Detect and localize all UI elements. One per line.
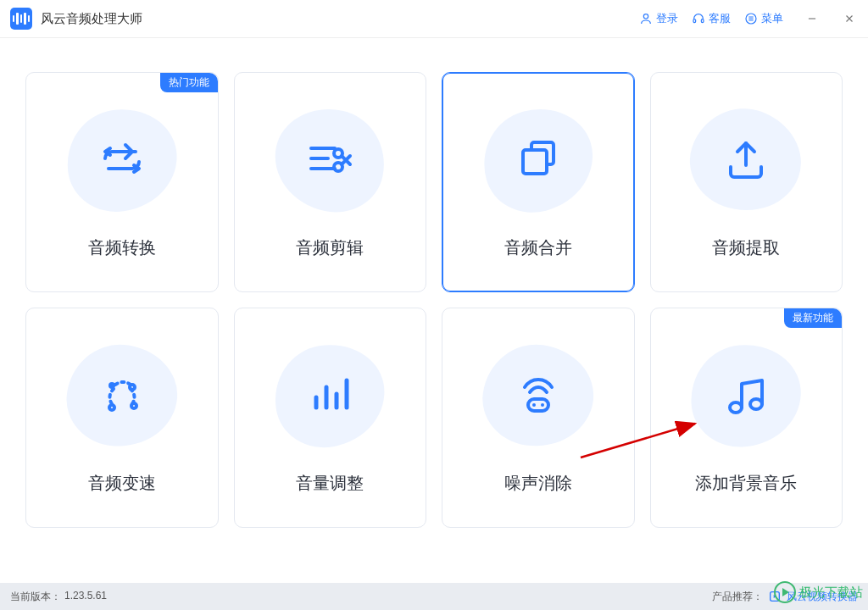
titlebar-actions: 登录 客服 菜单 xyxy=(639,10,858,27)
svg-rect-6 xyxy=(523,150,547,174)
card-label: 音频提取 xyxy=(712,236,780,259)
svg-rect-2 xyxy=(701,19,704,23)
card-add-bgm[interactable]: 最新功能 添加背景音乐 xyxy=(650,308,843,528)
menu-button[interactable]: 菜单 xyxy=(744,11,783,26)
card-audio-merge[interactable]: 音频合并 xyxy=(442,72,635,292)
card-label: 音频转换 xyxy=(88,236,156,259)
support-button[interactable]: 客服 xyxy=(692,11,731,26)
app-logo-icon xyxy=(10,8,32,30)
swap-icon xyxy=(95,133,149,187)
card-label: 音频变速 xyxy=(88,472,156,495)
app-title: 风云音频处理大师 xyxy=(41,11,142,27)
svg-rect-11 xyxy=(528,399,548,411)
card-audio-speed[interactable]: 音频变速 xyxy=(25,308,219,528)
svg-point-10 xyxy=(109,405,114,410)
version-label: 当前版本： xyxy=(10,590,61,604)
user-icon xyxy=(639,12,653,25)
card-label: 噪声消除 xyxy=(504,472,572,495)
new-badge: 最新功能 xyxy=(784,308,842,328)
card-label: 音频剪辑 xyxy=(296,236,364,259)
denoise-icon xyxy=(511,369,565,423)
login-button[interactable]: 登录 xyxy=(639,11,678,26)
hot-badge: 热门功能 xyxy=(160,73,218,92)
card-volume-adjust[interactable]: 音量调整 xyxy=(234,308,427,528)
merge-icon xyxy=(511,133,565,187)
volume-icon xyxy=(303,369,357,423)
minimize-button[interactable] xyxy=(804,10,821,27)
feature-grid: 热门功能 音频转换 音频剪辑 xyxy=(25,72,843,528)
version-value: 1.23.5.61 xyxy=(64,590,107,604)
card-label: 音量调整 xyxy=(296,472,364,495)
card-label: 音频合并 xyxy=(504,236,572,259)
cut-icon xyxy=(303,133,357,187)
statusbar: 当前版本： 1.23.5.61 产品推荐： 风云视频转换器 xyxy=(0,583,868,610)
card-audio-trim[interactable]: 音频剪辑 xyxy=(234,72,427,292)
recommend-link[interactable]: 产品推荐： 风云视频转换器 xyxy=(712,590,858,604)
card-noise-remove[interactable]: 噪声消除 xyxy=(442,308,635,528)
svg-point-13 xyxy=(541,403,544,407)
recommend-icon xyxy=(768,590,782,603)
svg-point-12 xyxy=(532,403,536,407)
close-button[interactable] xyxy=(841,10,858,27)
titlebar: 风云音频处理大师 登录 客服 菜单 xyxy=(0,0,868,38)
extract-icon xyxy=(719,133,773,187)
speed-icon xyxy=(95,369,149,423)
music-icon xyxy=(719,369,773,423)
svg-point-0 xyxy=(643,14,648,19)
menu-icon xyxy=(744,12,758,25)
card-audio-convert[interactable]: 热门功能 音频转换 xyxy=(25,72,219,292)
svg-point-15 xyxy=(750,399,762,409)
svg-rect-1 xyxy=(693,19,696,23)
headset-icon xyxy=(692,12,705,25)
card-audio-extract[interactable]: 音频提取 xyxy=(650,72,843,292)
main-content: 热门功能 音频转换 音频剪辑 xyxy=(0,38,868,553)
card-label: 添加背景音乐 xyxy=(695,472,797,495)
svg-point-14 xyxy=(730,402,742,413)
